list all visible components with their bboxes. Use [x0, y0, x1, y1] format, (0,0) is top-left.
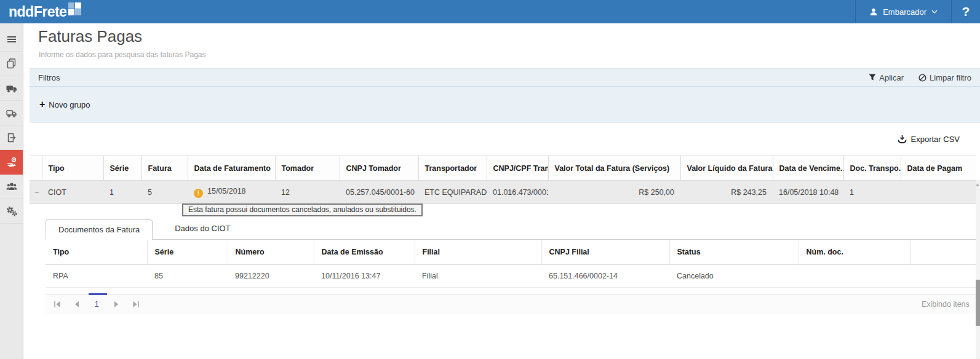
sidebar-item-export[interactable]: [0, 125, 23, 150]
chevron-down-icon: [931, 10, 938, 14]
doc-col-status[interactable]: Status: [669, 240, 799, 264]
col-tomador[interactable]: Tomador: [275, 156, 340, 181]
copy-documents-icon: [6, 58, 17, 69]
apply-filter-button[interactable]: Aplicar: [869, 73, 904, 82]
doc-col-cnpj-filial[interactable]: CNPJ Filial: [541, 240, 669, 264]
doc-cell-data-emissao: 10/11/2016 13:47: [314, 264, 415, 287]
previous-page-button[interactable]: [67, 294, 87, 314]
cell-tipo: CIOT: [42, 181, 103, 204]
col-doc-transportador[interactable]: Doc. Transpo...: [843, 156, 901, 181]
vertical-scrollbar[interactable]: [976, 180, 980, 359]
col-expand: [30, 156, 42, 181]
invoices-grid: Tipo Série Fatura Data de Faturamento To…: [30, 156, 976, 204]
current-page-indicator: [89, 293, 107, 295]
menu-icon: [6, 34, 17, 44]
doc-col-numero[interactable]: Número: [228, 240, 314, 264]
warning-icon[interactable]: !: [194, 189, 203, 198]
cell-tomador: 12: [275, 181, 340, 204]
doc-cell-filler: [910, 264, 976, 287]
cell-cnpj-tomador: 05.257.045/0001-60: [340, 181, 418, 204]
truck-icon: [6, 84, 17, 93]
cell-data-pagamento: [901, 181, 976, 204]
cell-data-faturamento: !15/05/2018: [188, 181, 275, 204]
clear-filter-button[interactable]: Limpar filtro: [918, 73, 971, 82]
doc-col-num-doc[interactable]: Núm. doc.: [799, 240, 910, 264]
payments-hand-coin-icon: [6, 157, 17, 167]
col-valor-liquido[interactable]: Valor Líquido da Fatura: [680, 156, 773, 181]
documents-grid: Tipo Série Número Data de Emissão Filial…: [46, 240, 976, 288]
col-data-faturamento[interactable]: Data de Faturamento: [188, 156, 275, 181]
user-icon: [869, 7, 878, 16]
col-valor-total[interactable]: Valor Total da Fatura (Serviços): [548, 156, 680, 181]
sidebar-item-users[interactable]: [0, 175, 23, 199]
users-icon: [6, 182, 17, 191]
cancel-circle-icon: [918, 74, 926, 82]
detail-tabs: Documentos da Fatura Dados do CIOT: [46, 219, 976, 240]
invoice-row: − CIOT 1 5 !15/05/2018 12 05.257.045/000…: [30, 181, 976, 204]
sidebar: [0, 23, 23, 359]
logo-grid-icon: [68, 2, 81, 15]
funnel-icon: [869, 74, 876, 81]
download-icon: [898, 135, 907, 144]
delivery-truck-icon: [6, 108, 17, 118]
next-page-button[interactable]: [106, 294, 126, 314]
cell-doc-transportador: 1: [843, 181, 901, 204]
documents-header-row: Tipo Série Número Data de Emissão Filial…: [46, 240, 976, 264]
sidebar-item-truck[interactable]: [0, 76, 23, 101]
tab-documentos-da-fatura[interactable]: Documentos da Fatura: [46, 219, 153, 240]
first-page-button[interactable]: [47, 294, 67, 314]
settings-gears-icon: [6, 206, 17, 216]
new-group-button[interactable]: + Novo grupo: [39, 100, 90, 109]
status-badge: Cancelado: [669, 264, 799, 287]
scroll-up-arrow-icon[interactable]: [976, 183, 979, 186]
page-title: Faturas Pagas: [38, 27, 142, 46]
col-transportador[interactable]: Transportador: [418, 156, 487, 181]
document-row: RPA 85 99212220 10/11/2016 13:47 Filial …: [46, 264, 976, 287]
filters-panel: Filtros Aplicar Limpar filtro + Novo gru…: [30, 68, 980, 123]
doc-cell-serie: 85: [147, 264, 228, 287]
top-bar: nddFrete Embarcador ?: [0, 0, 980, 23]
doc-cell-num-doc: [799, 264, 910, 287]
col-fatura[interactable]: Fatura: [141, 156, 188, 181]
last-page-button[interactable]: [126, 294, 146, 314]
sidebar-item-payments[interactable]: [0, 150, 23, 175]
doc-cell-cnpj-filial: 65.151.466/0002-14: [541, 264, 669, 287]
doc-cell-filial: Filial: [415, 264, 541, 287]
col-cnpj-tomador[interactable]: CNPJ Tomador: [340, 156, 418, 181]
user-menu[interactable]: Embarcador: [856, 0, 951, 23]
sidebar-item-menu[interactable]: [0, 27, 23, 52]
user-menu-label: Embarcador: [883, 7, 926, 17]
doc-col-filler: [910, 240, 976, 264]
filters-title: Filtros: [38, 73, 60, 82]
export-csv-button[interactable]: Exportar CSV: [898, 135, 960, 144]
cell-transportador: ETC EQUIPARADO: [418, 181, 487, 204]
collapse-row-button[interactable]: −: [30, 181, 42, 204]
cell-serie: 1: [103, 181, 141, 204]
invoice-detail-panel: Documentos da Fatura Dados do CIOT Tipo …: [46, 219, 976, 314]
page-number[interactable]: 1: [87, 299, 106, 309]
cell-valor-liquido: R$ 243,25: [680, 181, 773, 204]
cell-cnpj-cpf-transp: 01.016.473/0001-40: [487, 181, 548, 204]
col-data-vencimento[interactable]: Data de Vencime...: [773, 156, 843, 181]
sidebar-item-settings[interactable]: [0, 199, 23, 224]
col-cnpj-cpf-transp[interactable]: CNPJ/CPF Transp...: [487, 156, 548, 181]
col-tipo[interactable]: Tipo: [42, 156, 103, 181]
doc-col-data-emissao[interactable]: Data de Emissão: [314, 240, 415, 264]
col-data-pagamento[interactable]: Data de Pagam: [901, 156, 976, 181]
scrollbar-thumb[interactable]: [976, 280, 980, 326]
sidebar-item-documents[interactable]: [0, 52, 23, 76]
col-serie[interactable]: Série: [103, 156, 141, 181]
doc-col-tipo[interactable]: Tipo: [46, 240, 147, 264]
cell-valor-total: R$ 250,00: [548, 181, 680, 204]
warning-tooltip: Esta fatura possui documentos cancelados…: [182, 203, 423, 216]
sidebar-item-delivery[interactable]: [0, 101, 23, 125]
help-button[interactable]: ?: [952, 0, 980, 23]
cell-data-vencimento: 16/05/2018 10:48: [773, 181, 843, 204]
doc-col-filial[interactable]: Filial: [415, 240, 541, 264]
logo-text: nddFrete: [9, 1, 66, 23]
tab-dados-do-ciot[interactable]: Dados do CIOT: [162, 219, 242, 239]
help-icon: ?: [962, 4, 970, 19]
doc-cell-tipo: RPA: [46, 264, 147, 287]
doc-col-serie[interactable]: Série: [147, 240, 228, 264]
plus-icon: +: [39, 100, 45, 109]
